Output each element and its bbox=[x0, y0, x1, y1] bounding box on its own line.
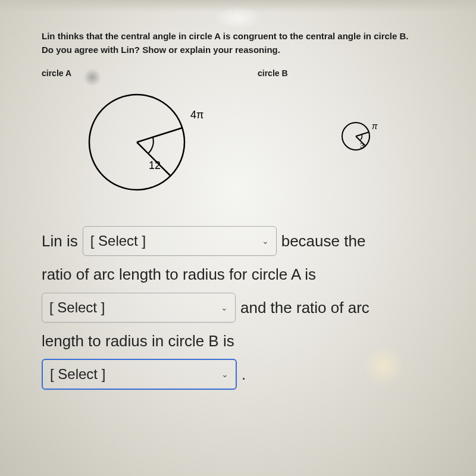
circle-b-arc-label: π bbox=[372, 121, 378, 131]
answer-mid-1: because the bbox=[281, 226, 366, 256]
question-line-2: Do you agree with Lin? Show or explain y… bbox=[42, 45, 280, 55]
question-text: Lin thinks that the central angle in cir… bbox=[42, 30, 434, 57]
circle-b-radius-label: 3 bbox=[360, 141, 364, 150]
svg-line-1 bbox=[137, 128, 182, 142]
select-ratio-a[interactable]: [ Select ] ⌄ bbox=[42, 293, 236, 322]
answer-block: Lin is [ Select ] ⌄ because the ratio of… bbox=[42, 226, 434, 390]
question-line-1: Lin thinks that the central angle in cir… bbox=[42, 31, 409, 41]
select-placeholder-1: [ Select ] bbox=[90, 227, 146, 255]
answer-line-2-text: ratio of arc length to radius for circle… bbox=[42, 259, 316, 290]
answer-line-4-text: length to radius in circle B is bbox=[42, 325, 234, 356]
circle-b-figure: π 3 bbox=[335, 112, 394, 160]
answer-period: . bbox=[242, 359, 246, 390]
answer-mid-2: and the ratio of arc bbox=[240, 292, 369, 323]
answer-line-3: [ Select ] ⌄ and the ratio of arc bbox=[42, 292, 434, 323]
circle-b-label: circle B bbox=[258, 68, 434, 78]
circle-a-radius-label: 12 bbox=[149, 159, 161, 171]
circle-a-arc-label: 4π bbox=[190, 109, 203, 121]
answer-line-5: [ Select ] ⌄ . bbox=[42, 359, 434, 390]
select-placeholder-2: [ Select ] bbox=[49, 293, 105, 322]
select-lin-is[interactable]: [ Select ] ⌄ bbox=[83, 226, 277, 256]
select-ratio-b[interactable]: [ Select ] ⌄ bbox=[42, 359, 237, 390]
circle-a-label: circle A bbox=[42, 68, 258, 78]
chevron-down-icon: ⌄ bbox=[221, 366, 228, 383]
top-bar-shadow bbox=[0, 0, 476, 12]
worksheet-content: Lin thinks that the central angle in cir… bbox=[0, 0, 476, 404]
chevron-down-icon: ⌄ bbox=[221, 299, 228, 316]
circle-a-figure: 4π 12 bbox=[77, 83, 208, 202]
answer-prefix-1: Lin is bbox=[42, 226, 78, 256]
answer-line-1: Lin is [ Select ] ⌄ because the bbox=[42, 226, 434, 256]
circle-a-block: circle A 4π 12 bbox=[42, 68, 258, 202]
circle-b-block: circle B π 3 bbox=[258, 68, 434, 160]
chevron-down-icon: ⌄ bbox=[262, 233, 269, 249]
select-placeholder-3: [ Select ] bbox=[50, 360, 105, 389]
answer-line-4: length to radius in circle B is bbox=[42, 325, 434, 356]
answer-line-2: ratio of arc length to radius for circle… bbox=[42, 259, 434, 290]
circles-row: circle A 4π 12 circle B π 3 bbox=[42, 68, 434, 202]
